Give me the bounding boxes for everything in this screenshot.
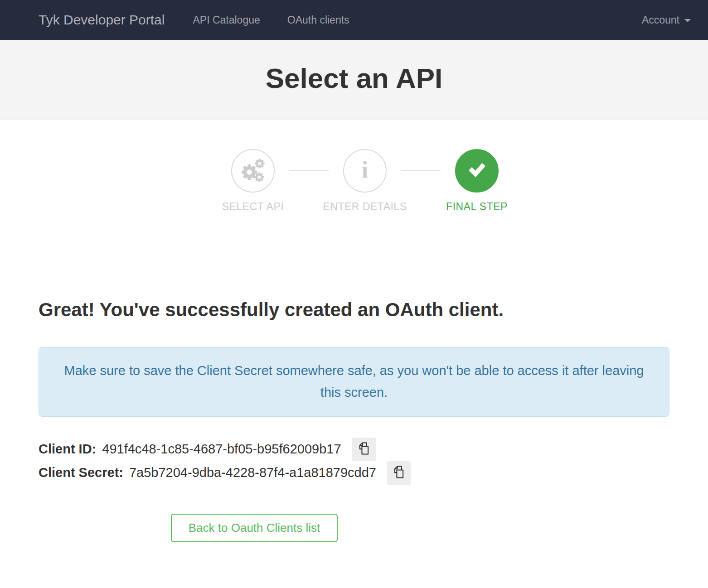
back-to-oauth-clients-button[interactable]: Back to Oauth Clients list: [171, 514, 338, 542]
info-icon: i: [362, 158, 368, 182]
step-label-final-step: FINAL STEP: [446, 201, 508, 213]
step-final-step-circle: [455, 149, 499, 193]
step-enter-details-circle: i: [343, 149, 387, 193]
step-final-step: FINAL STEP: [441, 149, 513, 213]
nav-link-api-catalogue[interactable]: API Catalogue: [193, 14, 260, 26]
step-select-api-circle: [231, 149, 275, 193]
chevron-down-icon: [684, 19, 691, 22]
client-secret-row: Client Secret: 7a5b7204-9dba-4228-87f4-a…: [39, 461, 669, 485]
account-dropdown[interactable]: Account: [642, 14, 691, 26]
nav-links: API Catalogue OAuth clients: [193, 14, 349, 26]
client-id-label: Client ID:: [39, 442, 96, 457]
brand-tyk-developer-portal[interactable]: Tyk Developer Portal: [39, 12, 165, 28]
info-alert-text: Make sure to save the Client Secret some…: [64, 363, 644, 400]
client-secret-value: 7a5b7204-9dba-4228-87f4-a1a81879cdd7: [129, 465, 376, 480]
step-select-api: SELECT API: [217, 149, 289, 213]
copy-client-secret-button[interactable]: [387, 461, 411, 485]
page: Tyk Developer Portal API Catalogue OAuth…: [0, 0, 708, 588]
page-header: Select an API: [0, 40, 708, 120]
account-label: Account: [642, 14, 679, 26]
success-heading: Great! You've successfully created an OA…: [39, 299, 669, 321]
check-icon: [465, 158, 489, 183]
step-enter-details: i ENTER DETAILS: [329, 149, 401, 213]
step-connector: [401, 170, 441, 171]
copy-icon: [357, 441, 371, 457]
nav-link-oauth-clients[interactable]: OAuth clients: [287, 14, 349, 26]
client-id-row: Client ID: 491f4c48-1c85-4687-bf05-b95f6…: [39, 438, 669, 461]
info-alert: Make sure to save the Client Secret some…: [39, 347, 669, 417]
client-secret-label: Client Secret:: [39, 465, 123, 480]
step-label-enter-details: ENTER DETAILS: [323, 201, 407, 213]
step-label-select-api: SELECT API: [222, 201, 284, 213]
copy-client-id-button[interactable]: [352, 438, 376, 461]
client-id-value: 491f4c48-1c85-4687-bf05-b95f62009b17: [102, 442, 341, 457]
step-connector: [289, 170, 329, 171]
main-content: Great! You've successfully created an OA…: [0, 299, 708, 542]
navbar: Tyk Developer Portal API Catalogue OAuth…: [0, 0, 708, 40]
step-indicator: SELECT API i ENTER DETAILS FINAL STEP: [0, 149, 708, 213]
gears-icon: [239, 156, 267, 185]
page-title: Select an API: [266, 62, 443, 94]
copy-icon: [392, 465, 406, 481]
